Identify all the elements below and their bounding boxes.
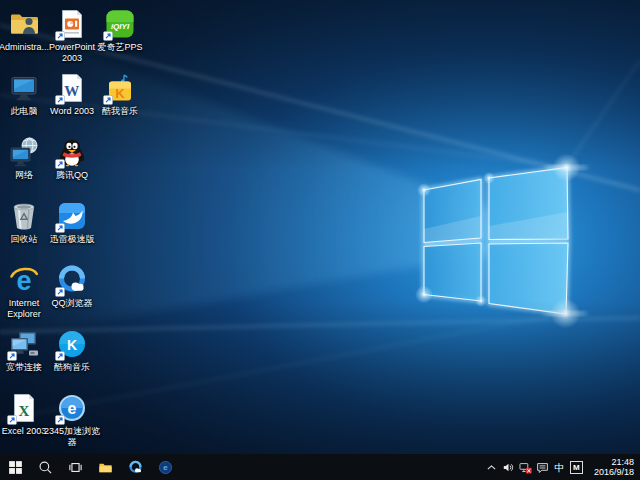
desktop-icon-internet-explorer[interactable]: eInternet Explorer <box>1 264 47 320</box>
ie-icon: e <box>8 264 40 296</box>
task-view-icon <box>68 460 83 475</box>
search-icon <box>38 460 53 475</box>
svg-text:W: W <box>64 83 79 99</box>
browser-2345-globe-icon: e <box>158 460 173 475</box>
desktop-icon-excel-2003[interactable]: XExcel 2003 <box>1 392 47 437</box>
desktop-icon-this-pc[interactable]: 此电脑 <box>1 72 47 117</box>
network-disconnected-icon <box>519 461 532 474</box>
desktop-icon-label: QQ浏览器 <box>43 298 101 309</box>
svg-text:K: K <box>67 337 77 353</box>
start-button[interactable] <box>0 454 30 480</box>
recycle-bin-icon <box>8 200 40 232</box>
desktop-icon-label: 2345加速浏览器 <box>43 426 101 448</box>
message-icon <box>536 461 549 474</box>
desktop-icon-label: 爱奇艺PPS <box>91 42 149 53</box>
desktop: Administra...PowerPoint 2003iQIYI爱奇艺PPS此… <box>0 0 640 480</box>
svg-text:iQIYI: iQIYI <box>111 22 130 31</box>
hidden-icons-chevron[interactable] <box>484 454 499 480</box>
desktop-icon-recycle-bin[interactable]: 回收站 <box>1 200 47 245</box>
clock-date: 2016/9/18 <box>594 467 634 477</box>
taskbar-buttons: e <box>0 454 180 480</box>
broadband-icon <box>8 328 40 360</box>
powerpoint-icon <box>56 8 88 40</box>
taskbar: e 中M 21:48 2016/9/18 <box>0 454 640 480</box>
clock-time: 21:48 <box>594 457 634 467</box>
svg-text:e: e <box>68 400 77 417</box>
search-button[interactable] <box>30 454 60 480</box>
user-folder-icon <box>8 8 40 40</box>
excel-icon: X <box>8 392 40 424</box>
qq-penguin-icon <box>56 136 88 168</box>
volume-button[interactable] <box>501 454 516 480</box>
speaker-icon <box>502 461 515 474</box>
chevron-up-icon <box>485 461 498 474</box>
input-mode-indicator[interactable]: 中 <box>552 454 567 480</box>
qq-browser-icon <box>56 264 88 296</box>
desktop-icon-qq-browser[interactable]: QQ浏览器 <box>49 264 95 309</box>
svg-text:K: K <box>115 86 125 101</box>
desktop-icon-label: 迅雷极速版 <box>43 234 101 245</box>
desktop-icon-kugou-music[interactable]: K酷狗音乐 <box>49 328 95 373</box>
xunlei-bird-icon <box>56 200 88 232</box>
svg-text:X: X <box>18 403 29 419</box>
browser-2345-icon: e <box>56 392 88 424</box>
qq-browser-taskbar-button[interactable] <box>120 454 150 480</box>
desktop-icon-2345-browser[interactable]: e2345加速浏览器 <box>49 392 95 448</box>
file-explorer-button[interactable] <box>90 454 120 480</box>
desktop-icon-xunlei[interactable]: 迅雷极速版 <box>49 200 95 245</box>
desktop-icon-label: 酷我音乐 <box>91 106 149 117</box>
desktop-icon-iqiyi-pps[interactable]: iQIYI爱奇艺PPS <box>97 8 143 53</box>
windows-logo-icon <box>8 460 23 475</box>
chinese-input-icon: 中 <box>554 461 564 474</box>
system-tray: 中M 21:48 2016/9/18 <box>483 454 640 480</box>
desktop-icon-administrator[interactable]: Administra... <box>1 8 47 53</box>
desktop-icon-word-2003[interactable]: WWord 2003 <box>49 72 95 117</box>
desktop-icon-tencent-qq[interactable]: 腾讯QQ <box>49 136 95 181</box>
desktop-icon-powerpoint-2003[interactable]: PowerPoint 2003 <box>49 8 95 64</box>
computer-icon <box>8 72 40 104</box>
desktop-icon-grid: Administra...PowerPoint 2003iQIYI爱奇艺PPS此… <box>0 0 640 454</box>
taskbar-clock[interactable]: 21:48 2016/9/18 <box>590 457 638 477</box>
desktop-icon-label: 酷狗音乐 <box>43 362 101 373</box>
ime-indicator[interactable]: M <box>569 454 584 480</box>
network-status-button[interactable] <box>518 454 533 480</box>
task-view-button[interactable] <box>60 454 90 480</box>
kuwo-music-icon: K <box>104 72 136 104</box>
ime-m-icon: M <box>570 461 583 474</box>
network-icon <box>8 136 40 168</box>
desktop-icon-label: 腾讯QQ <box>43 170 101 181</box>
desktop-icon-network[interactable]: 网络 <box>1 136 47 181</box>
iqiyi-icon: iQIYI <box>104 8 136 40</box>
2345-browser-taskbar-button[interactable]: e <box>150 454 180 480</box>
desktop-icon-kuwo-music[interactable]: K酷我音乐 <box>97 72 143 117</box>
svg-text:e: e <box>163 463 168 472</box>
qq-browser-small-icon <box>128 460 143 475</box>
desktop-icon-broadband[interactable]: 宽带连接 <box>1 328 47 373</box>
folder-icon <box>98 460 113 475</box>
kugou-music-icon: K <box>56 328 88 360</box>
word-icon: W <box>56 72 88 104</box>
action-center-button[interactable] <box>535 454 550 480</box>
